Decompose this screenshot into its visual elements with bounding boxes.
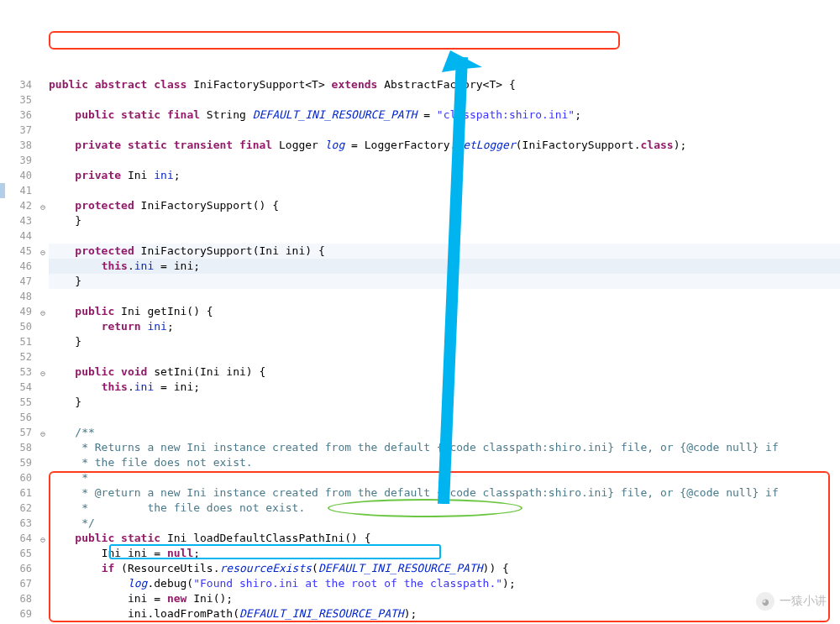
line-number[interactable]: 41 [0,183,37,198]
code-line[interactable] [49,228,840,244]
code-line[interactable]: public abstract class IniFactorySupport<… [49,77,840,92]
code-line[interactable]: * the file does not exist. [49,455,840,470]
line-number[interactable]: 48 [0,289,37,304]
line-number[interactable]: 36 [0,107,37,123]
code-line[interactable]: * the file does not exist. [49,501,840,516]
code-line[interactable]: } [49,213,840,228]
line-number[interactable]: 51 [0,334,37,349]
code-line[interactable]: } [49,395,840,410]
code-line[interactable]: public static final String DEFAULT_INI_R… [49,107,840,123]
line-number[interactable]: 38 [0,138,37,153]
code-line[interactable] [49,289,840,304]
line-number[interactable]: 59 [0,455,37,470]
code-line[interactable]: ini = new Ini(); [49,591,840,606]
code-editor[interactable]: 343536373839404142⊖434445⊖46474849⊖50515… [0,76,840,624]
code-line[interactable]: * [49,470,840,485]
code-line[interactable]: public static Ini loadDefaultClassPathIn… [49,531,840,546]
code-line[interactable]: ini.loadFromPath(DEFAULT_INI_RESOURCE_PA… [49,606,840,621]
line-number[interactable]: 61 [0,485,37,501]
watermark: ◕ 一猿小讲 [756,592,827,611]
code-line[interactable]: * Returns a new Ini instance created fro… [49,440,840,455]
code-line[interactable]: Ini ini = null; [49,546,840,561]
line-number[interactable]: 69 [0,606,37,621]
code-line[interactable]: public Ini getIni() { [49,304,840,319]
code-line[interactable]: private static transient final Logger lo… [49,138,840,153]
code-line[interactable] [49,153,840,168]
code-area[interactable]: public abstract class IniFactorySupport<… [37,76,840,624]
line-number[interactable]: 63 [0,516,37,531]
line-number[interactable]: 43 [0,213,37,228]
code-line[interactable]: this.ini = ini; [49,380,840,395]
line-number[interactable]: 57⊖ [0,425,37,440]
code-line[interactable] [49,349,840,364]
highlight-box-red-1 [49,31,620,50]
line-number[interactable]: 39 [0,153,37,168]
code-line[interactable]: public void setIni(Ini ini) { [49,364,840,380]
code-line[interactable]: log.debug("Found shiro.ini at the root o… [49,576,840,591]
code-line[interactable]: * @return a new Ini instance created fro… [49,485,840,501]
line-number[interactable]: 52 [0,349,37,364]
watermark-text: 一猿小讲 [780,594,827,609]
line-number[interactable]: 49⊖ [0,304,37,319]
line-number[interactable]: 67 [0,576,37,591]
line-number[interactable]: 47 [0,274,37,289]
line-number[interactable]: 45⊖ [0,244,37,259]
code-line[interactable]: protected IniFactorySupport(Ini ini) { [49,244,840,259]
line-number[interactable]: 62 [0,501,37,516]
code-line[interactable]: this.ini = ini; [49,259,840,274]
line-number[interactable]: 37 [0,123,37,138]
line-number[interactable]: 50 [0,319,37,334]
code-line[interactable]: */ [49,516,840,531]
line-number[interactable]: 53⊖ [0,364,37,380]
line-number[interactable]: 66 [0,561,37,576]
code-line[interactable] [49,410,840,425]
code-line[interactable] [49,123,840,138]
line-number[interactable]: 44 [0,228,37,244]
line-number[interactable]: 54 [0,380,37,395]
line-number[interactable]: 40 [0,168,37,183]
line-number[interactable]: 35 [0,92,37,107]
line-number[interactable]: 56 [0,410,37,425]
code-line[interactable]: } [49,274,840,289]
wechat-icon: ◕ [756,592,774,611]
code-line[interactable]: } [49,334,840,349]
line-number-gutter[interactable]: 343536373839404142⊖434445⊖46474849⊖50515… [0,76,37,624]
line-number[interactable]: 60 [0,470,37,485]
line-number[interactable]: 64⊖ [0,531,37,546]
code-line[interactable]: private Ini ini; [49,168,840,183]
code-line[interactable]: return ini; [49,319,840,334]
line-number[interactable]: 65 [0,546,37,561]
line-number[interactable]: 58 [0,440,37,455]
line-number[interactable]: 42⊖ [0,198,37,213]
line-number[interactable]: 68 [0,591,37,606]
line-number[interactable]: 46 [0,259,37,274]
code-line[interactable]: /** [49,425,840,440]
code-line[interactable]: if (ResourceUtils.resourceExists(DEFAULT… [49,561,840,576]
svg-marker-2 [442,50,482,72]
line-number[interactable]: 55 [0,395,37,410]
code-line[interactable] [49,183,840,198]
code-line[interactable] [49,92,840,107]
line-number[interactable]: 34 [0,77,37,92]
code-line[interactable]: protected IniFactorySupport() { [49,198,840,213]
